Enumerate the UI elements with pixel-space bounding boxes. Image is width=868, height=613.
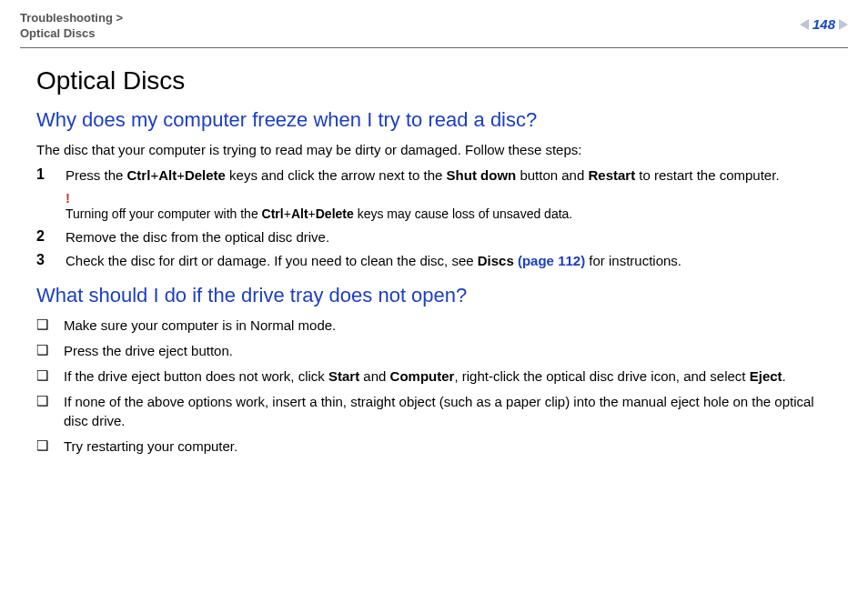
breadcrumb-line-1: Troubleshooting > <box>20 11 123 25</box>
page-number: 148 <box>812 16 835 32</box>
bullet-icon: ❑ <box>36 367 51 384</box>
question-2-heading: What should I do if the drive tray does … <box>36 284 832 307</box>
question-2-bullets: ❑ Make sure your computer is in Normal m… <box>36 317 832 457</box>
document-page: Troubleshooting > Optical Discs 148 Opti… <box>0 0 868 481</box>
list-item: ❑ Make sure your computer is in Normal m… <box>36 317 832 335</box>
discs-page-link[interactable]: (page 112) <box>518 253 585 268</box>
prev-page-icon[interactable] <box>800 19 809 30</box>
list-item: ❑ Try restarting your computer. <box>36 437 832 456</box>
next-page-icon[interactable] <box>839 19 848 30</box>
bullet-icon: ❑ <box>36 317 51 333</box>
step-number: 3 <box>36 252 49 268</box>
bullet-icon: ❑ <box>36 437 51 454</box>
page-content: Optical Discs Why does my computer freez… <box>20 66 848 456</box>
step-1-text: Press the Ctrl+Alt+Delete keys and click… <box>66 167 780 183</box>
page-number-nav: 148 <box>800 16 848 32</box>
step-body: Press the Ctrl+Alt+Delete keys and click… <box>66 166 832 223</box>
step-number: 2 <box>36 228 49 245</box>
bullet-text: If the drive eject button does not work,… <box>64 367 832 386</box>
breadcrumb: Troubleshooting > Optical Discs <box>20 11 848 42</box>
step-2-text: Remove the disc from the optical disc dr… <box>66 228 832 246</box>
question-1-intro: The disc that your computer is trying to… <box>36 141 832 159</box>
bullet-text: If none of the above options work, inser… <box>64 393 832 430</box>
list-item: ❑ If none of the above options work, ins… <box>36 393 832 430</box>
warning-text: Turning off your computer with the Ctrl+… <box>66 206 572 221</box>
step-2: 2 Remove the disc from the optical disc … <box>36 228 832 246</box>
step-1: 1 Press the Ctrl+Alt+Delete keys and cli… <box>36 166 832 223</box>
warning-icon: ! <box>66 190 832 206</box>
page-header: Troubleshooting > Optical Discs 148 <box>20 11 848 54</box>
bullet-text: Try restarting your computer. <box>64 437 832 456</box>
bullet-text: Press the drive eject button. <box>64 342 832 360</box>
step-3: 3 Check the disc for dirt or damage. If … <box>36 252 832 270</box>
step-1-warning: ! Turning off your computer with the Ctr… <box>66 190 832 223</box>
breadcrumb-line-2: Optical Discs <box>20 26 95 40</box>
step-number: 1 <box>36 166 49 183</box>
question-1-heading: Why does my computer freeze when I try t… <box>36 108 832 132</box>
list-item: ❑ Press the drive eject button. <box>36 342 832 360</box>
step-3-text: Check the disc for dirt or damage. If yo… <box>66 252 832 270</box>
section-title: Optical Discs <box>36 66 832 95</box>
list-item: ❑ If the drive eject button does not wor… <box>36 367 832 386</box>
bullet-icon: ❑ <box>36 342 51 358</box>
header-divider <box>20 47 848 48</box>
question-1-steps: 1 Press the Ctrl+Alt+Delete keys and cli… <box>36 166 832 271</box>
bullet-icon: ❑ <box>36 393 51 409</box>
bullet-text: Make sure your computer is in Normal mod… <box>64 317 832 335</box>
